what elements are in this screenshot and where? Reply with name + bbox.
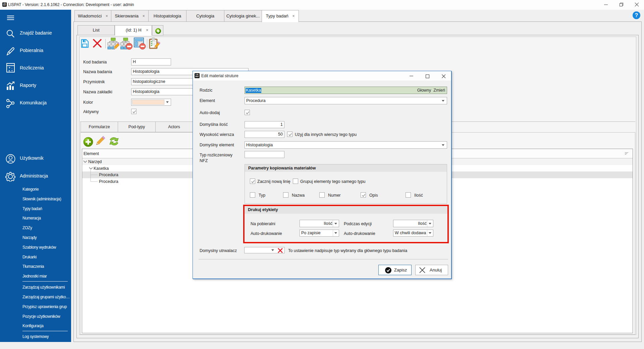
svg-text:÷: ÷ <box>11 69 13 72</box>
svg-text:x: x <box>8 69 10 72</box>
